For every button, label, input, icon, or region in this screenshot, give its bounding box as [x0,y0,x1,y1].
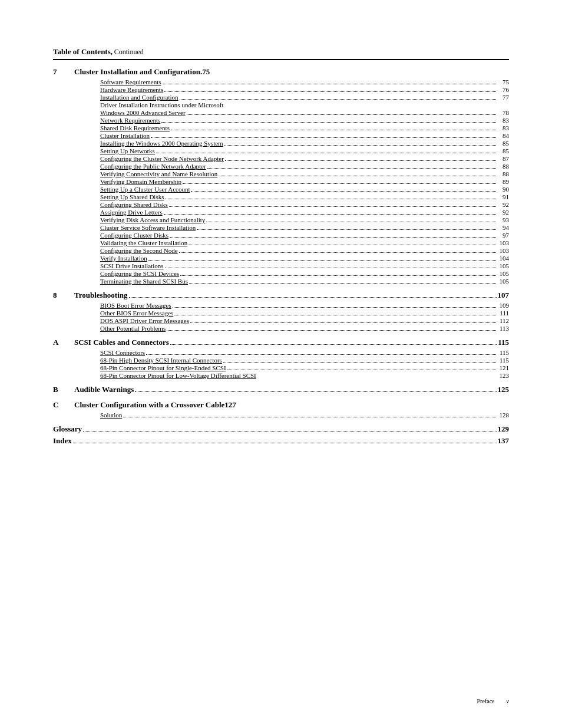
entry-page: 88 [497,170,509,177]
entry-line: Cluster Installation84 [100,132,509,139]
toc-entry: Setting Up Networks85 [100,147,509,154]
chapter-num: 7 [53,67,74,77]
appendix-label: Glossary [53,424,82,434]
entry-dots [171,130,496,130]
entry-page: 105 [497,270,509,277]
entry-line: Shared Disk Requirements83 [100,124,509,131]
entry-line: Setting Up Networks85 [100,147,509,154]
entry-text: Cluster Service Software Installation [100,224,196,231]
entry-line: SCSI Connectors115 [100,349,509,356]
chapter-section: ASCSI Cables and Connectors115SCSI Conne… [53,338,509,379]
toc-entry: Configuring the Cluster Node Network Ada… [100,155,509,162]
chapter-section: BAudible Warnings125 [53,385,509,394]
entry-dots [164,91,496,92]
entry-dots [173,307,496,308]
entry-line: Driver Installation Instructions under M… [100,101,509,108]
toc-entry: 68-Pin Connector Pinout for Low-Voltage … [100,372,509,379]
entry-page: 88 [497,163,509,170]
entry-line: Validating the Cluster Installation103 [100,239,509,246]
entry-text: Hardware Requirements [100,86,163,93]
entry-text: Solution [100,411,122,419]
appendix-row: Glossary129 [53,424,509,434]
entry-text: 68-Pin High Density SCSI Internal Connec… [100,357,222,364]
chapter-row: ASCSI Cables and Connectors115 [53,338,509,347]
entry-page: 85 [497,140,509,147]
entry-page: 105 [497,278,509,285]
entry-dots [189,245,496,245]
toc-header: Table of Contents, Continued [53,47,509,60]
toc-entry: Cluster Service Software Installation94 [100,224,509,231]
entry-text: Configuring the Public Network Adapter [100,163,206,170]
entry-text: 68-Pin Connector Pinout for Single-Ended… [100,364,226,371]
entry-text: Verifying Domain Membership [100,178,181,185]
entry-text: SCSI Drive Installations [100,262,164,269]
entry-page: 121 [497,364,509,371]
entry-text: Configuring Cluster Disks [100,232,168,239]
entry-line: Setting Up a Cluster User Account90 [100,186,509,193]
entry-dots [206,222,496,222]
toc-entry: Verifying Connectivity and Name Resoluti… [100,170,509,177]
entry-dots [161,122,496,123]
entry-text: Configuring the Cluster Node Network Ada… [100,155,224,162]
entry-dots [167,330,496,331]
entry-line: Other Potential Problems113 [100,325,509,332]
toc-entry: Setting Up a Cluster User Account90 [100,186,509,193]
entry-page: 103 [497,239,509,246]
entry-text: Verify Installation [100,255,147,262]
entry-line: Configuring the SCSI Devices105 [100,270,509,277]
chapter-num: B [53,385,74,394]
toc-entry: Terminating the Shared SCSI Bus105 [100,278,509,285]
toc-entry: Verify Installation104 [100,255,509,262]
entry-page: 93 [497,216,509,223]
toc-entry: Installation and Configuration77 [100,94,509,101]
chapter-num: C [53,400,74,410]
chapter-title: Cluster Configuration with a Crossover C… [74,400,236,410]
toc-entry: SCSI Connectors115 [100,349,509,356]
entry-text: Verifying Connectivity and Name Resoluti… [100,170,217,177]
entry-line: Windows 2000 Advanced Server78 [100,109,509,116]
entry-page: 115 [497,357,509,364]
entry-dots [207,168,496,169]
entry-page: 77 [497,94,509,101]
toc-entry: 68-Pin Connector Pinout for Single-Ended… [100,364,509,371]
entry-line: Verify Installation104 [100,255,509,262]
chapter-page: 107 [498,291,510,300]
entry-page: 84 [497,132,509,139]
toc-entry: Windows 2000 Advanced Server78 [100,109,509,116]
chapter-title-text: Troubleshooting [74,291,128,300]
toc-entry: DOS ASPI Driver Error Messages112 [100,317,509,324]
entry-dots [180,99,496,100]
entry-page: 109 [497,302,509,309]
entry-line: Cluster Service Software Installation94 [100,224,509,231]
appendix-page: 137 [498,436,510,446]
entry-line: Installation and Configuration77 [100,94,509,101]
entry-text: Configuring Shared Disks [100,201,168,208]
chapter-page: 115 [498,338,509,347]
chapter-num: 8 [53,291,74,300]
appendix-page: 129 [498,424,510,434]
entry-dots [223,362,496,363]
entry-text: Shared Disk Requirements [100,124,170,131]
entry-line: Assigning Drive Letters92 [100,209,509,216]
entry-dots [183,183,496,184]
chapter-dots [129,297,497,298]
toc-entry: Software Requirements75 [100,78,509,85]
entry-text: 68-Pin Connector Pinout for Low-Voltage … [100,372,256,379]
entry-text: Configuring the SCSI Devices [100,270,179,277]
entry-page: 94 [497,224,509,231]
page-footer: Preface v [53,698,509,704]
entry-text: Network Requirements [100,117,160,124]
entry-line: Solution128 [100,411,509,419]
chapter-title: SCSI Cables and Connectors115 [74,338,509,347]
entry-line: Installing the Windows 2000 Operating Sy… [100,140,509,147]
entry-page: 111 [497,309,509,317]
chapter-row: 8Troubleshooting107 [53,291,509,300]
entry-line: DOS ASPI Driver Error Messages112 [100,317,509,324]
toc-entry: Configuring the Public Network Adapter88 [100,163,509,170]
entry-dots [163,84,496,84]
chapter-page: 125 [498,385,510,394]
entry-text: Setting Up a Cluster User Account [100,186,190,193]
chapter-title: Troubleshooting107 [74,291,509,300]
entry-page: 104 [497,255,509,262]
entry-text: Windows 2000 Advanced Server [100,109,186,116]
